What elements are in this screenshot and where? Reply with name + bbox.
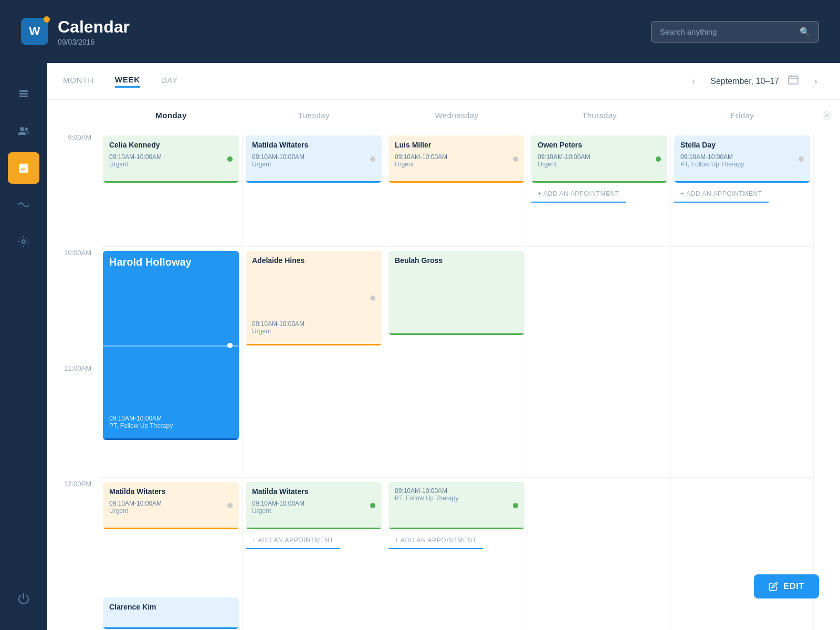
days-content: Celia Kennedy 09:10AM-10:00AM Urgent Har…: [100, 131, 840, 630]
svg-rect-8: [25, 163, 26, 165]
gear-cell[interactable]: [814, 110, 840, 121]
appt-status-dot: [227, 156, 233, 162]
tab-week[interactable]: WEEK: [115, 75, 140, 88]
appt-time: 09:10AM-10:00AM: [109, 415, 173, 422]
appt-status-dot: [656, 156, 661, 162]
sidebar-item-contacts[interactable]: [8, 79, 39, 110]
add-appt-tuesday[interactable]: + ADD AN APPOINTMENT: [246, 532, 340, 549]
appt-wed-11[interactable]: 09:10AM-10:00AM PT, Follow Up Therapy: [388, 482, 524, 529]
view-tabs: MONTH WEEK DAY ‹ September, 10–17 ›: [47, 63, 840, 100]
add-appt-wednesday[interactable]: + ADD AN APPOINTMENT: [388, 532, 483, 549]
add-appt-thursday[interactable]: + ADD AN APPOINTMENT: [531, 186, 626, 203]
appt-stella-day[interactable]: Stella Day 09:10AM-10:00AM PT, Follow Up…: [674, 135, 810, 183]
appt-harold-holloway[interactable]: Harold Holloway 09:10AM-10:00AM PT, Foll…: [103, 251, 239, 440]
day-header-monday: Monday: [100, 111, 243, 120]
appt-type: Urgent: [252, 328, 304, 335]
monday-10am-slot: Harold Holloway 09:10AM-10:00AM PT, Foll…: [100, 247, 242, 478]
sidebar-item-users[interactable]: [8, 116, 39, 147]
appt-clarence-kim[interactable]: Clarence Kim: [103, 597, 239, 629]
wednesday-10am-slot: Beulah Gross: [385, 247, 528, 478]
appt-type: PT, Follow Up Therapy: [395, 495, 518, 502]
appt-status-dot: [370, 156, 375, 162]
day-header-tuesday: Tuesday: [243, 111, 385, 120]
prev-button[interactable]: ‹: [685, 73, 702, 90]
appt-adelaide-hines[interactable]: Adelaide Hines 09:10AM-10:00AM Urgent: [246, 251, 382, 345]
appt-name: Celia Kennedy: [109, 141, 233, 149]
sidebar-item-analytics[interactable]: [8, 189, 39, 220]
app-title: Calendar: [58, 17, 130, 37]
appt-name: Matilda Witaters: [109, 487, 233, 496]
appt-status-dot: [227, 503, 233, 508]
edit-button[interactable]: EDIT: [754, 574, 819, 598]
appt-name: Clarence Kim: [109, 603, 233, 611]
search-input[interactable]: [660, 27, 794, 36]
appt-time: 09:10AM-10:00AM: [109, 500, 233, 507]
appt-matilda-tue-9[interactable]: Matilda Witaters 09:10AM-10:00AM Urgent: [246, 135, 382, 183]
appt-name: Matilda Witaters: [252, 487, 375, 496]
time-11am: 11:00AM: [47, 362, 100, 478]
appt-time: 09:10AM-10:00AM: [252, 153, 375, 161]
time-9am: 9:00AM: [47, 131, 100, 247]
gear-icon: [822, 110, 832, 121]
appt-type: Urgent: [538, 161, 661, 168]
tuesday-12pm-slot: [243, 593, 385, 630]
appt-matilda-witaters-mon[interactable]: Matilda Witaters 09:10AM-10:00AM Urgent: [103, 482, 239, 529]
appt-luis-miller[interactable]: Luis Miller 09:10AM-10:00AM Urgent: [388, 135, 524, 183]
sidebar-item-settings[interactable]: [8, 226, 39, 257]
logo-dot: [44, 16, 50, 23]
appt-type: Urgent: [252, 161, 375, 168]
sidebar: [0, 63, 47, 630]
day-header-wednesday: Wednesday: [385, 111, 528, 120]
svg-point-15: [826, 114, 828, 117]
svg-rect-1: [19, 93, 28, 94]
calendar-grid: 9:00AM 10:00AM 11:00AM 12:00PM Monday Tu…: [47, 100, 840, 630]
contacts-icon: [17, 88, 30, 101]
appt-time: 09:10AM-10:00AM: [252, 500, 375, 507]
appt-name: Luis Miller: [395, 141, 518, 149]
tuesday-9am-slot: Matilda Witaters 09:10AM-10:00AM Urgent: [243, 131, 385, 247]
day-monday: Celia Kennedy 09:10AM-10:00AM Urgent Har…: [100, 131, 243, 630]
appt-owen-peters[interactable]: Owen Peters 09:10AM-10:00AM Urgent: [531, 135, 667, 183]
gear-spacer: [814, 131, 840, 630]
calendar-nav-icon: [788, 74, 799, 88]
svg-rect-0: [19, 90, 28, 92]
appt-status-dot: [513, 156, 518, 162]
add-appt-friday[interactable]: + ADD AN APPOINTMENT: [674, 186, 769, 203]
appt-name: Stella Day: [680, 141, 804, 149]
tabs-left: MONTH WEEK DAY: [63, 75, 178, 88]
friday-9am-slot: Stella Day 09:10AM-10:00AM PT, Follow Up…: [671, 131, 813, 247]
wednesday-9am-slot: Luis Miller 09:10AM-10:00AM Urgent: [385, 131, 528, 247]
appt-type: PT, Follow Up Therapy: [109, 422, 173, 429]
calendar-area: MONTH WEEK DAY ‹ September, 10–17 ›: [47, 63, 840, 630]
users-icon: [17, 124, 30, 138]
appt-status-dot: [370, 296, 375, 301]
appt-time: 09:10AM-10:00AM: [395, 153, 518, 161]
search-box[interactable]: 🔍: [651, 21, 819, 43]
appt-beulah-gross[interactable]: Beulah Gross: [388, 251, 524, 335]
sidebar-item-calendar[interactable]: [8, 152, 39, 184]
day-thursday: Owen Peters 09:10AM-10:00AM Urgent + ADD…: [528, 131, 671, 630]
appt-celia-kennedy[interactable]: Celia Kennedy 09:10AM-10:00AM Urgent: [103, 135, 239, 183]
appt-type: Urgent: [109, 507, 233, 514]
appt-time: 09:10AM-10:00AM: [680, 153, 804, 161]
monday-9am-slot: Celia Kennedy 09:10AM-10:00AM Urgent: [100, 131, 242, 247]
appt-matilda-tue-11[interactable]: Matilda Witaters 09:10AM-10:00AM Urgent: [246, 482, 382, 529]
appt-name: Harold Holloway: [109, 256, 233, 268]
friday-12pm-slot: [671, 593, 813, 630]
thursday-12pm-slot: [528, 593, 670, 630]
appt-type: Urgent: [252, 507, 375, 514]
appt-name: Owen Peters: [538, 141, 661, 149]
svg-point-3: [20, 127, 24, 131]
svg-point-11: [22, 240, 25, 243]
appt-name: Beulah Gross: [395, 256, 518, 265]
svg-rect-14: [795, 75, 796, 77]
header-title: Calendar 09/03/2016: [58, 17, 130, 46]
svg-rect-7: [22, 163, 23, 165]
time-10am: 10:00AM: [47, 247, 100, 362]
next-button[interactable]: ›: [807, 73, 824, 90]
sidebar-item-power[interactable]: [8, 583, 39, 614]
tab-day[interactable]: DAY: [161, 76, 178, 87]
header-left: Calendar 09/03/2016: [21, 17, 130, 46]
day-friday: Stella Day 09:10AM-10:00AM PT, Follow Up…: [671, 131, 814, 630]
tab-month[interactable]: MONTH: [63, 76, 94, 87]
